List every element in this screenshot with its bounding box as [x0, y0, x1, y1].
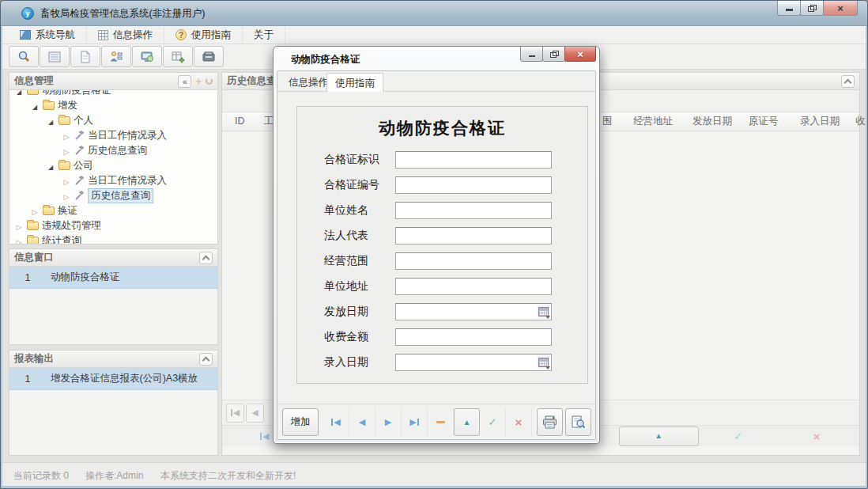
dialog-close-button[interactable]: × — [564, 47, 596, 62]
footer-nav-button[interactable] — [778, 426, 857, 446]
record-nav-button[interactable] — [454, 408, 480, 436]
tree-item[interactable]: 当日工作情况录入 — [9, 128, 217, 143]
tree-item[interactable]: 历史信息查询 — [9, 188, 217, 203]
archive-box-icon — [202, 50, 216, 64]
form-field-row: 发放日期 — [324, 303, 587, 320]
tree-expander-icon[interactable] — [62, 146, 71, 157]
field-input[interactable] — [395, 176, 552, 194]
field-input[interactable] — [395, 252, 552, 270]
tree-expander-icon[interactable] — [46, 116, 55, 127]
close-button[interactable]: × — [823, 1, 858, 16]
tree-item[interactable]: 违规处罚管理 — [9, 218, 217, 233]
tree-expander-icon[interactable] — [14, 90, 24, 97]
monitor-web-button[interactable] — [132, 46, 162, 67]
footer-nav-button[interactable] — [699, 426, 778, 446]
print-preview-button[interactable] — [565, 408, 591, 436]
field-input[interactable] — [395, 151, 552, 169]
record-nav-button[interactable] — [376, 408, 402, 436]
tree-item[interactable]: 历史信息查询 — [9, 143, 217, 158]
list-item[interactable]: 1 动物防疫合格证 — [9, 267, 217, 289]
collapse-up-icon[interactable] — [199, 353, 213, 366]
user-report-button[interactable] — [101, 46, 131, 67]
list-view-button[interactable] — [40, 46, 70, 67]
tree-item[interactable]: 换证 — [9, 203, 217, 218]
tree-expander-icon[interactable] — [46, 161, 55, 172]
tree-item[interactable]: 增发 — [9, 98, 217, 113]
info-window-header: 信息窗口 — [9, 249, 217, 267]
print-icon — [542, 415, 557, 429]
field-input[interactable] — [395, 303, 552, 320]
archive-box-button[interactable] — [194, 46, 224, 67]
tree-item[interactable]: 公司 — [9, 158, 217, 173]
search-preview-button[interactable] — [9, 46, 39, 67]
tree-item[interactable]: 当日工作情况录入 — [9, 173, 217, 188]
paging-button[interactable] — [226, 404, 244, 423]
dialog-tab[interactable]: 使用指南 — [326, 73, 383, 92]
menu-item[interactable]: 关于 — [243, 26, 285, 44]
record-nav-button[interactable] — [323, 408, 349, 436]
tree-item[interactable]: 统计查询 — [9, 233, 217, 244]
column-header[interactable]: 经营地址 — [633, 112, 673, 131]
record-nav-button[interactable] — [506, 408, 532, 436]
dialog-minimize-button[interactable] — [520, 47, 543, 62]
paging-button[interactable] — [246, 404, 264, 423]
add-button[interactable]: 增加 — [282, 408, 319, 436]
refresh-icon[interactable] — [206, 78, 213, 85]
table-add-icon — [171, 50, 185, 64]
column-header[interactable]: 收 — [855, 112, 866, 131]
info-window-title: 信息窗口 — [14, 251, 54, 264]
minimize-icon — [786, 9, 793, 11]
column-header[interactable]: ID — [235, 112, 245, 131]
dialog-window-controls: × — [521, 47, 596, 62]
menu-item[interactable]: 信息操作 — [87, 26, 164, 44]
tree-item-label: 当日工作情况录入 — [88, 174, 167, 188]
field-input[interactable] — [395, 354, 552, 371]
field-input[interactable] — [395, 227, 552, 244]
window-controls: × — [778, 1, 858, 16]
form-field-row: 单位姓名 — [324, 202, 587, 219]
field-input[interactable] — [395, 202, 552, 219]
app-logo-icon: y — [21, 7, 34, 20]
sidebar: 信息管理 « + — [9, 72, 218, 456]
column-header[interactable]: 发放日期 — [693, 112, 732, 131]
menu-item[interactable]: 系统导航 — [9, 26, 87, 44]
field-input[interactable] — [395, 328, 552, 346]
report-output-list: 1 增发合格证信息报表(公司)A3横放 — [9, 368, 217, 455]
dialog-restore-button[interactable] — [542, 47, 565, 62]
record-count-label: 当前记录数 0 — [13, 469, 69, 483]
tree-item-label: 违规处罚管理 — [42, 219, 101, 233]
tree-item[interactable]: 动物防疫合格证 — [9, 90, 217, 98]
status-message: 本系统支持二次开发和全新开发! — [160, 469, 296, 483]
print-button[interactable] — [537, 408, 563, 436]
record-nav-button[interactable] — [480, 408, 506, 436]
table-add-button[interactable] — [163, 46, 193, 67]
tree-expander-icon[interactable] — [30, 206, 40, 217]
new-document-button[interactable] — [70, 46, 100, 67]
column-header[interactable]: 录入日期 — [800, 112, 840, 131]
menu-item[interactable]: 使用指南 — [164, 26, 243, 44]
collapse-left-icon[interactable]: « — [178, 75, 191, 88]
add-icon[interactable]: + — [195, 75, 202, 87]
column-header[interactable]: 原证号 — [749, 112, 779, 131]
record-nav-button[interactable] — [402, 408, 428, 436]
restore-button[interactable] — [800, 1, 824, 16]
footer-nav-icon — [813, 430, 821, 442]
field-input[interactable] — [395, 278, 552, 295]
tree-expander-icon[interactable] — [30, 100, 40, 112]
record-nav-button[interactable] — [349, 408, 376, 436]
list-item[interactable]: 1 增发合格证信息报表(公司)A3横放 — [9, 368, 217, 390]
column-header[interactable]: 围 — [602, 112, 613, 131]
tree-expander-icon[interactable] — [62, 131, 71, 142]
calendar-icon[interactable] — [537, 305, 550, 319]
calendar-icon[interactable] — [537, 355, 550, 370]
footer-nav-button[interactable] — [619, 426, 700, 446]
collapse-up-icon[interactable] — [841, 75, 855, 88]
tree-expander-icon[interactable] — [62, 191, 71, 202]
collapse-up-icon[interactable] — [199, 252, 213, 264]
tree-item[interactable]: 个人 — [9, 113, 217, 128]
record-nav-button[interactable] — [428, 408, 454, 436]
tree-expander-icon[interactable] — [14, 221, 24, 232]
tree-expander-icon[interactable] — [62, 176, 71, 187]
tree-expander-icon[interactable] — [14, 236, 24, 244]
minimize-button[interactable] — [777, 1, 801, 16]
